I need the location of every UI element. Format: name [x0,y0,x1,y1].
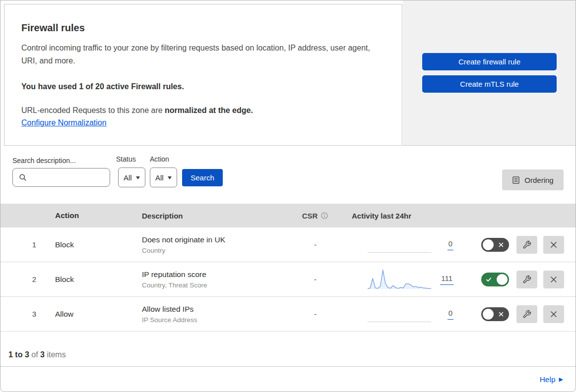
wrench-icon [522,310,531,319]
rule-priority: 1 [0,240,47,249]
arrow-right-icon: ▶ [559,377,563,382]
check-icon [486,277,492,282]
header-section: Firewall rules Control incoming traffic … [0,0,576,146]
csr-header-label: CSR [302,212,318,220]
wrench-icon [522,240,531,249]
chevron-down-icon [168,176,172,179]
create-firewall-rule-button[interactable]: Create firewall rule [422,53,557,70]
header-card: Firewall rules Control incoming traffic … [4,4,402,146]
items-range: 1 to 3 [8,350,29,359]
usage-summary: You have used 1 of 20 active Firewall ru… [21,82,385,91]
toggle-knob [483,309,494,320]
sparkline-baseline [368,322,431,322]
rule-description-cell: Does not originate in UK Country [134,234,283,255]
wrench-icon [522,275,531,284]
table-row: 3 Allow Allow listed IPs IP Source Addre… [0,297,576,332]
actions-panel: Create firewall rule Create mTLS rule [403,0,576,146]
rule-priority: 3 [0,310,47,318]
info-icon[interactable] [320,212,328,220]
rule-criteria: Country, Threat Score [142,280,283,290]
rule-action: Allow [47,310,134,319]
create-mtls-rule-button[interactable]: Create mTLS rule [422,75,557,93]
help-link[interactable]: Help ▶ [540,375,563,384]
rule-activity-cell: 0 [348,233,479,256]
search-label: Search description... [12,157,76,165]
rule-action: Block [47,275,134,284]
normalization-bold-text: normalized at the edge. [165,106,253,114]
edit-rule-button[interactable] [516,305,537,323]
rule-priority: 2 [0,275,47,283]
activity-sparkline-empty [368,233,431,256]
description-column-header: Description [134,212,283,220]
activity-count-link[interactable]: 0 [448,309,453,320]
rule-description: IP reputation score [142,269,283,280]
edit-rule-button[interactable] [516,271,537,288]
rule-csr: - [283,275,348,283]
action-dropdown-value: All [155,173,164,182]
configure-normalization-link[interactable]: Configure Normalization [21,118,107,127]
rule-description-cell: IP reputation score Country, Threat Scor… [134,269,283,290]
rule-enabled-toggle[interactable] [481,307,509,321]
rule-controls [479,236,576,254]
delete-rule-button[interactable] [543,305,564,323]
activity-sparkline-empty [368,303,431,326]
csr-column-header: CSR [283,212,348,220]
page-description: Control incoming traffic to your zone by… [21,42,385,67]
x-icon [499,312,504,317]
filter-bar: Search description... Status Action All … [0,146,576,204]
search-box [12,168,110,187]
close-icon [550,276,558,283]
status-dropdown[interactable]: All [118,168,145,187]
rule-criteria: IP Source Address [142,315,283,325]
firewall-rules-page: Firewall rules Control incoming traffic … [0,0,576,392]
status-label: Status [116,155,136,163]
action-label: Action [150,155,169,163]
rule-description: Does not originate in UK [142,234,283,245]
rule-criteria: Country [142,246,283,255]
toggle-knob [497,274,508,285]
activity-column-header: Activity last 24hr [348,212,479,220]
x-icon [499,242,504,247]
delete-rule-button[interactable] [543,271,564,288]
rule-csr: - [283,310,348,318]
rule-description-cell: Allow listed IPs IP Source Address [134,304,283,325]
rule-activity-cell: 111 [348,268,479,291]
ordering-button[interactable]: Ordering [502,169,564,190]
table-header: Action Description CSR Activity last 24h… [0,204,576,227]
items-of-label: of [31,350,38,359]
ordering-icon [512,176,520,184]
status-dropdown-value: All [124,173,132,182]
rule-csr: - [283,240,348,249]
activity-sparkline [368,268,431,291]
search-icon [19,173,27,181]
ordering-label: Ordering [524,176,553,184]
activity-count-link[interactable]: 111 [440,274,453,285]
items-total: 3 [40,350,45,359]
rule-enabled-toggle[interactable] [481,273,509,286]
action-dropdown[interactable]: All [150,168,177,187]
rule-action: Block [47,240,134,249]
normalization-note: URL-encoded Requests to this zone are no… [21,106,385,115]
table-row: 2 Block IP reputation score Country, Thr… [0,262,576,297]
search-button[interactable]: Search [182,169,223,186]
rule-controls [479,271,576,288]
rule-enabled-toggle[interactable] [481,238,509,252]
rule-description: Allow listed IPs [142,304,283,314]
chevron-down-icon [136,176,140,179]
activity-count-link[interactable]: 0 [448,239,453,250]
delete-rule-button[interactable] [543,236,564,254]
table-row: 1 Block Does not originate in UK Country… [0,227,576,262]
normalization-text: URL-encoded Requests to this zone are [21,106,165,114]
items-summary: 1 to 3 of 3 items [0,332,576,367]
toggle-knob [483,239,494,250]
rule-controls [479,305,576,323]
page-title: Firewall rules [21,22,385,34]
help-bar: Help ▶ [0,367,576,392]
rule-activity-cell: 0 [348,303,479,326]
search-input[interactable] [31,168,121,186]
action-column-header: Action [47,211,134,220]
sparkline-baseline [368,252,431,253]
help-label: Help [540,375,556,384]
close-icon [550,310,558,318]
edit-rule-button[interactable] [516,236,537,254]
